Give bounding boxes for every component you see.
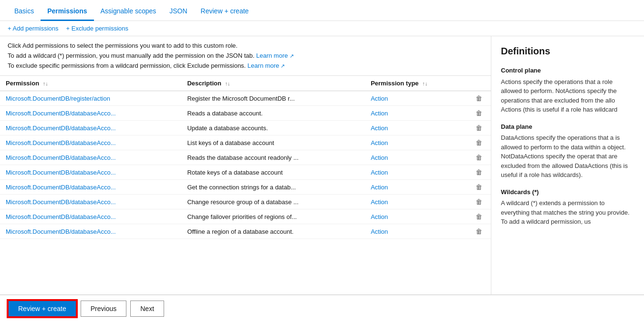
definitions-pane: Definitions Control plane Actions specif… bbox=[491, 36, 644, 294]
exclude-permissions-button[interactable]: + Exclude permissions bbox=[66, 25, 128, 32]
table-row: Microsoft.DocumentDB/databaseAcco...Get … bbox=[0, 180, 491, 195]
col-description[interactable]: Description ↑↓ bbox=[181, 76, 365, 91]
table-row: Microsoft.DocumentDB/databaseAcco...Offl… bbox=[0, 224, 491, 239]
info-text-area: Click Add permissions to select the perm… bbox=[0, 36, 491, 76]
sort-icon-permission-type: ↑↓ bbox=[422, 81, 427, 86]
permission-cell[interactable]: Microsoft.DocumentDB/databaseAcco... bbox=[0, 224, 181, 239]
def-wildcards: Wildcards (*) A wildcard (*) extends a p… bbox=[501, 187, 634, 227]
delete-row-button[interactable]: 🗑 bbox=[476, 94, 482, 102]
description-cell: Offline a region of a database account. bbox=[181, 224, 365, 239]
table-row: Microsoft.DocumentDB/databaseAcco...List… bbox=[0, 135, 491, 150]
description-cell: Reads a database account. bbox=[181, 106, 365, 121]
delete-cell: 🗑 bbox=[467, 150, 491, 165]
permission-type-cell: Action bbox=[365, 224, 467, 239]
description-cell: Get the connection strings for a datab..… bbox=[181, 180, 365, 195]
previous-button[interactable]: Previous bbox=[81, 301, 126, 317]
top-nav: Basics Permissions Assignable scopes JSO… bbox=[0, 0, 644, 21]
permissions-table: Permission ↑↓ Description ↑↓ Permission … bbox=[0, 76, 491, 239]
info-line-2: To add a wildcard (*) permission, you mu… bbox=[8, 51, 483, 61]
description-cell: Change failover priorities of regions of… bbox=[181, 209, 365, 224]
tab-json[interactable]: JSON bbox=[163, 2, 194, 21]
tab-permissions[interactable]: Permissions bbox=[41, 2, 93, 21]
permission-type-cell: Action bbox=[365, 180, 467, 195]
permission-type-cell: Action bbox=[365, 195, 467, 209]
table-row: Microsoft.DocumentDB/register/actionRegi… bbox=[0, 91, 491, 106]
col-actions bbox=[467, 76, 491, 91]
delete-row-button[interactable]: 🗑 bbox=[476, 228, 482, 235]
def-wildcards-text: A wildcard (*) extends a permission to e… bbox=[501, 198, 634, 227]
permission-cell[interactable]: Microsoft.DocumentDB/databaseAcco... bbox=[0, 135, 181, 150]
table-header-row: Permission ↑↓ Description ↑↓ Permission … bbox=[0, 76, 491, 91]
permission-cell[interactable]: Microsoft.DocumentDB/databaseAcco... bbox=[0, 121, 181, 135]
permission-type-cell: Action bbox=[365, 121, 467, 135]
tab-review-create[interactable]: Review + create bbox=[194, 2, 256, 21]
left-pane: Click Add permissions to select the perm… bbox=[0, 36, 491, 294]
table-row: Microsoft.DocumentDB/databaseAcco...Chan… bbox=[0, 209, 491, 224]
def-data-plane: Data plane DataActions specify the opera… bbox=[501, 122, 634, 180]
review-create-button[interactable]: Review + create bbox=[8, 300, 77, 317]
def-control-plane-title: Control plane bbox=[501, 66, 634, 75]
delete-row-button[interactable]: 🗑 bbox=[476, 154, 482, 161]
delete-cell: 🗑 bbox=[467, 209, 491, 224]
footer: Review + create Previous Next bbox=[0, 294, 644, 322]
permissions-table-wrapper: Permission ↑↓ Description ↑↓ Permission … bbox=[0, 76, 491, 294]
learn-more-link-1[interactable]: Learn more bbox=[256, 52, 294, 59]
def-data-plane-text: DataActions specify the operations that … bbox=[501, 133, 634, 180]
delete-cell: 🗑 bbox=[467, 106, 491, 121]
permission-cell[interactable]: Microsoft.DocumentDB/databaseAcco... bbox=[0, 165, 181, 180]
permission-cell[interactable]: Microsoft.DocumentDB/databaseAcco... bbox=[0, 180, 181, 195]
table-row: Microsoft.DocumentDB/databaseAcco...Rota… bbox=[0, 165, 491, 180]
permission-cell[interactable]: Microsoft.DocumentDB/databaseAcco... bbox=[0, 195, 181, 209]
delete-row-button[interactable]: 🗑 bbox=[476, 124, 482, 132]
next-button[interactable]: Next bbox=[130, 301, 164, 317]
description-cell: Reads the database account readonly ... bbox=[181, 150, 365, 165]
description-cell: Update a database accounts. bbox=[181, 121, 365, 135]
def-control-plane-text: Actions specify the operations that a ro… bbox=[501, 77, 634, 114]
learn-more-link-2[interactable]: Learn more bbox=[248, 62, 285, 69]
delete-row-button[interactable]: 🗑 bbox=[476, 109, 482, 117]
permission-type-cell: Action bbox=[365, 165, 467, 180]
description-cell: Rotate keys of a database account bbox=[181, 165, 365, 180]
def-control-plane: Control plane Actions specify the operat… bbox=[501, 66, 634, 114]
delete-cell: 🗑 bbox=[467, 91, 491, 106]
def-data-plane-title: Data plane bbox=[501, 122, 634, 132]
delete-row-button[interactable]: 🗑 bbox=[476, 139, 482, 146]
delete-cell: 🗑 bbox=[467, 135, 491, 150]
delete-row-button[interactable]: 🗑 bbox=[476, 183, 482, 191]
delete-cell: 🗑 bbox=[467, 224, 491, 239]
description-cell: Change resource group of a database ... bbox=[181, 195, 365, 209]
col-permission-type[interactable]: Permission type ↑↓ bbox=[365, 76, 467, 91]
description-cell: List keys of a database account bbox=[181, 135, 365, 150]
description-cell: Register the Microsoft DocumentDB r... bbox=[181, 91, 365, 106]
col-permission[interactable]: Permission ↑↓ bbox=[0, 76, 181, 91]
tab-basics[interactable]: Basics bbox=[8, 2, 41, 21]
table-row: Microsoft.DocumentDB/databaseAcco...Read… bbox=[0, 106, 491, 121]
table-row: Microsoft.DocumentDB/databaseAcco...Chan… bbox=[0, 195, 491, 209]
toolbar: + Add permissions + Exclude permissions bbox=[0, 21, 644, 36]
permission-cell[interactable]: Microsoft.DocumentDB/databaseAcco... bbox=[0, 106, 181, 121]
permission-type-cell: Action bbox=[365, 209, 467, 224]
main-content: Click Add permissions to select the perm… bbox=[0, 36, 644, 294]
delete-cell: 🗑 bbox=[467, 180, 491, 195]
delete-row-button[interactable]: 🗑 bbox=[476, 168, 482, 176]
permission-type-cell: Action bbox=[365, 106, 467, 121]
info-line-1: Click Add permissions to select the perm… bbox=[8, 41, 483, 51]
delete-cell: 🗑 bbox=[467, 195, 491, 209]
table-row: Microsoft.DocumentDB/databaseAcco...Read… bbox=[0, 150, 491, 165]
delete-row-button[interactable]: 🗑 bbox=[476, 213, 482, 220]
permission-type-cell: Action bbox=[365, 150, 467, 165]
permission-type-cell: Action bbox=[365, 135, 467, 150]
permission-type-cell: Action bbox=[365, 91, 467, 106]
def-wildcards-title: Wildcards (*) bbox=[501, 187, 634, 197]
add-permissions-button[interactable]: + Add permissions bbox=[8, 25, 59, 32]
info-line-3: To exclude specific permissions from a w… bbox=[8, 61, 483, 71]
delete-cell: 🗑 bbox=[467, 121, 491, 135]
delete-cell: 🗑 bbox=[467, 165, 491, 180]
tab-assignable-scopes[interactable]: Assignable scopes bbox=[94, 2, 163, 21]
permission-cell[interactable]: Microsoft.DocumentDB/register/action bbox=[0, 91, 181, 106]
permission-cell[interactable]: Microsoft.DocumentDB/databaseAcco... bbox=[0, 209, 181, 224]
sort-icon-description: ↑↓ bbox=[225, 81, 230, 86]
permission-cell[interactable]: Microsoft.DocumentDB/databaseAcco... bbox=[0, 150, 181, 165]
delete-row-button[interactable]: 🗑 bbox=[476, 198, 482, 206]
definitions-title: Definitions bbox=[501, 44, 634, 58]
